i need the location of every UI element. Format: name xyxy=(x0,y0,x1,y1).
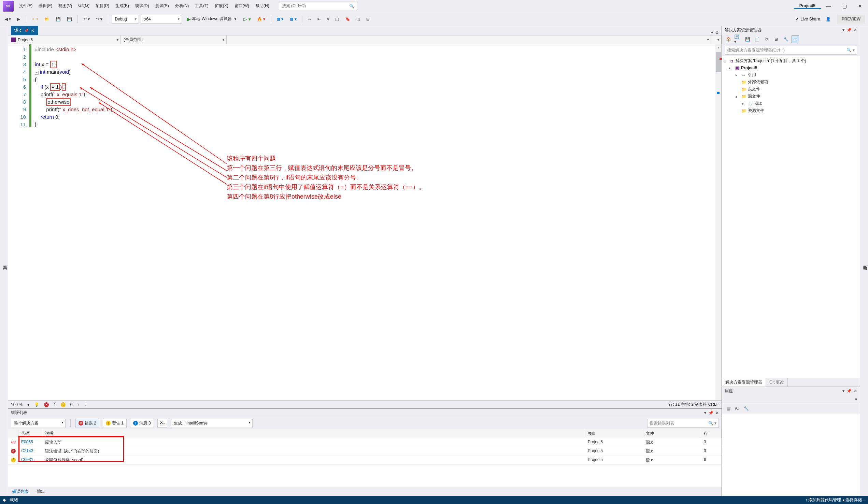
error-row[interactable]: abcE0065应输入";"Project5源.c3 xyxy=(8,438,722,447)
pin-icon[interactable]: 📌 xyxy=(24,29,28,32)
nav-up-icon[interactable]: ↑ xyxy=(77,402,79,407)
comment-btn[interactable]: // xyxy=(325,15,331,23)
save-all-button[interactable]: 💾 xyxy=(65,15,74,23)
open-button[interactable]: 📂 xyxy=(42,15,52,23)
menu-Git(G)[interactable]: Git(G) xyxy=(75,2,92,10)
source-files-node[interactable]: 源文件 xyxy=(748,94,760,99)
headers-node[interactable]: 头文件 xyxy=(748,86,760,92)
categorize-icon[interactable]: ▤ xyxy=(725,405,732,412)
run-button[interactable]: ▶本地 Windows 调试器▾ xyxy=(184,15,239,23)
resource-files-node[interactable]: 资源文件 xyxy=(748,108,764,114)
external-deps-node[interactable]: 外部依赖项 xyxy=(748,79,768,85)
close-tab-icon[interactable]: ✕ xyxy=(31,28,34,33)
indent-btn[interactable]: ⇥ xyxy=(306,15,313,23)
tab-solution-explorer[interactable]: 解决方案资源管理器 xyxy=(722,378,766,387)
layout-btn-2[interactable]: ⊞ xyxy=(364,15,372,23)
toolbox-rail[interactable]: 工具箱 xyxy=(0,26,8,496)
redo-button[interactable]: ↷ ▾ xyxy=(94,15,104,23)
tab-output[interactable]: 输出 xyxy=(33,487,49,496)
alpha-sort-icon[interactable]: A↓ xyxy=(734,405,741,412)
menu-生成(B)[interactable]: 生成(B) xyxy=(113,2,132,10)
tab-source-c[interactable]: 源.c 📌 ✕ xyxy=(11,26,38,35)
tab-settings-icon[interactable]: ⚙ xyxy=(715,30,719,35)
tab-error-list[interactable]: 错误列表 xyxy=(8,487,33,496)
solution-root[interactable]: 解决方案 'Project5' (1 个项目，共 1 个) xyxy=(736,58,806,64)
solution-tree[interactable]: ▢⧉解决方案 'Project5' (1 个项目，共 1 个) ▴▣Projec… xyxy=(722,56,860,378)
menu-调试(D)[interactable]: 调试(D) xyxy=(132,2,152,10)
solution-search-input[interactable]: 搜索解决方案资源管理器(Ctrl+;)🔍 ▾ xyxy=(725,46,857,55)
bookmark-btn[interactable]: 🔖 xyxy=(343,15,352,23)
maximize-button[interactable]: ▢ xyxy=(837,1,852,12)
collapse-icon[interactable]: ⊟ xyxy=(773,35,780,43)
menu-文件(F)[interactable]: 文件(F) xyxy=(17,2,35,10)
code-editor[interactable]: 1234567891011 #include <stdio.h>int x = … xyxy=(8,44,722,400)
filter-messages-button[interactable]: i消息 0 xyxy=(130,419,154,428)
panel-close-icon[interactable]: ✕ xyxy=(854,28,857,32)
uncomment-btn[interactable]: ◫ xyxy=(333,15,341,23)
liveshare-button[interactable]: Live Share xyxy=(800,17,820,21)
menu-视图(V)[interactable]: 视图(V) xyxy=(56,2,75,10)
clear-filter-button[interactable]: ✕7 xyxy=(157,419,167,428)
show-all-icon[interactable]: 📄 xyxy=(753,35,761,43)
sync-icon[interactable]: 🔄 ▾ xyxy=(734,35,742,43)
nav-down-icon[interactable]: ↓ xyxy=(84,402,86,407)
panel-dropdown-icon[interactable]: ▾ xyxy=(843,28,845,32)
project-node[interactable]: Project5 xyxy=(741,65,757,70)
save-all-icon[interactable]: 💾 xyxy=(744,35,751,43)
editor-scrollbar[interactable]: ▴ xyxy=(715,44,722,400)
account-icon[interactable]: 👤 xyxy=(826,17,831,21)
menu-窗口(W)[interactable]: 窗口(W) xyxy=(232,2,252,10)
menu-项目(P)[interactable]: 项目(P) xyxy=(93,2,112,10)
menu-测试(S)[interactable]: 测试(S) xyxy=(153,2,172,10)
error-row[interactable]: ✕C2143语法错误: 缺少";"(在":"的前面)Project5源.c3 xyxy=(8,447,722,456)
panel-close-icon[interactable]: ✕ xyxy=(854,389,857,393)
layout-btn-1[interactable]: ◫ xyxy=(354,15,362,23)
home-icon[interactable]: 🏠 xyxy=(725,35,732,43)
hot-reload-button[interactable]: 🔥 ▾ xyxy=(255,15,267,23)
nav-fwd-button[interactable]: ▶ xyxy=(15,15,22,23)
filter-errors-button[interactable]: ✕错误 2 xyxy=(75,419,99,428)
lightbulb-icon[interactable]: 💡 xyxy=(34,402,39,407)
filter-warnings-button[interactable]: !警告 1 xyxy=(103,419,127,428)
new-item-button[interactable]: ✦ ▾ xyxy=(29,15,40,23)
source-c-file[interactable]: 源.c xyxy=(755,101,762,106)
tab-git-changes[interactable]: Git 更改 xyxy=(766,378,788,387)
error-scope-dropdown[interactable]: 整个解决方案 xyxy=(11,419,65,428)
panel-dropdown-icon[interactable]: ▾ xyxy=(843,389,845,393)
save-button[interactable]: 💾 xyxy=(54,15,63,23)
zoom-dropdown-icon[interactable]: ▾ xyxy=(27,402,29,407)
menu-分析(N)[interactable]: 分析(N) xyxy=(172,2,192,10)
panel-pin-icon[interactable]: 📌 xyxy=(708,410,713,415)
error-table[interactable]: 代码说明项目文件行 abcE0065应输入";"Project5源.c3✕C21… xyxy=(8,429,722,487)
nav-member-dropdown[interactable] xyxy=(227,35,711,44)
menu-编辑(E)[interactable]: 编辑(E) xyxy=(36,2,55,10)
config-dropdown[interactable]: Debug xyxy=(112,15,139,23)
nav-scope-dropdown[interactable]: (全局范围) xyxy=(121,35,227,44)
tool-btn-2[interactable]: ▦ ▾ xyxy=(287,15,298,23)
tool-btn-1[interactable]: ▦ ▾ xyxy=(275,15,285,23)
menu-工具(T)[interactable]: 工具(T) xyxy=(192,2,211,10)
refresh-icon[interactable]: ↻ xyxy=(763,35,771,43)
error-row[interactable]: !C6031返回值被忽略:"scanf"。Project5源.c6 xyxy=(8,456,722,465)
panel-pin-icon[interactable]: 📌 xyxy=(847,389,851,393)
nav-back-button[interactable]: ◀ ▾ xyxy=(3,15,13,23)
outdent-btn[interactable]: ⇤ xyxy=(316,15,323,23)
close-button[interactable]: ✕ xyxy=(852,1,868,12)
source-control-button[interactable]: ↑ 添加到源代码管理 ▴ 选择存储... xyxy=(805,497,865,503)
panel-pin-icon[interactable]: 📌 xyxy=(847,28,851,32)
start-no-debug-button[interactable]: ▷ ▾ xyxy=(241,15,253,23)
wrench-icon[interactable]: 🔧 xyxy=(742,405,750,412)
platform-dropdown[interactable]: x64 xyxy=(141,15,182,23)
menu-帮助(H)[interactable]: 帮助(H) xyxy=(252,2,272,10)
error-search-input[interactable]: 搜索错误列表🔍 ▾ xyxy=(647,419,719,428)
diagnostics-rail[interactable]: 诊断工具 xyxy=(860,26,868,496)
references-node[interactable]: 引用 xyxy=(748,72,756,78)
search-box[interactable]: 搜索 (Ctrl+Q) 🔍 xyxy=(279,2,358,10)
panel-dropdown-icon[interactable]: ▾ xyxy=(704,410,706,415)
nav-project-dropdown[interactable]: Project5 xyxy=(8,35,121,44)
menu-扩展(X)[interactable]: 扩展(X) xyxy=(212,2,231,10)
minimize-button[interactable]: — xyxy=(821,1,837,12)
tab-overflow-icon[interactable]: ▾ xyxy=(711,30,713,35)
error-source-dropdown[interactable]: 生成 + IntelliSense xyxy=(170,419,252,428)
props-dropdown-icon[interactable]: ▾ xyxy=(855,397,857,402)
